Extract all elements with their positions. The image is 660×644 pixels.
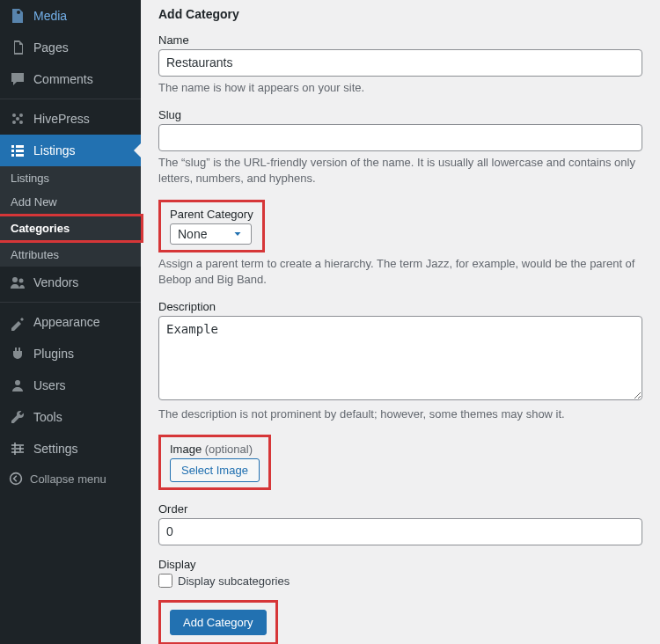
description-help: The description is not prominent by defa… [158,406,642,422]
sidebar-separator [0,302,141,303]
plugins-icon [9,345,26,362]
description-input[interactable] [158,316,642,400]
sidebar-item-label: Tools [33,410,62,424]
collapse-label: Collapse menu [30,472,106,486]
parent-help: Assign a parent term to create a hierarc… [158,256,642,288]
sidebar-item-label: Listings [33,143,75,157]
svg-point-11 [12,277,18,282]
sidebar-subitem-attributes[interactable]: Attributes [0,243,141,267]
display-subcategories-checkbox[interactable] [158,574,172,588]
svg-point-0 [12,113,16,117]
admin-sidebar: Media Pages Comments HivePress Listings … [0,0,141,644]
svg-rect-18 [19,446,21,451]
display-checkbox-label: Display subcategories [178,574,290,588]
sidebar-item-label: Settings [33,442,78,456]
sidebar-subitem-add-new[interactable]: Add New [0,190,141,214]
name-label: Name [158,33,642,47]
sidebar-submenu: Listings Add New Categories Attributes [0,166,141,267]
svg-point-2 [12,121,16,124]
display-checkbox-row: Display subcategories [158,574,642,588]
sidebar-item-label: Comments [33,72,93,86]
field-name: Name The name is how it appears on your … [158,33,642,96]
slug-label: Slug [158,108,642,121]
media-icon [9,7,26,25]
vendors-icon [9,274,26,291]
field-display: Display Display subcategories [158,558,642,588]
comments-icon [9,70,26,88]
collapse-menu[interactable]: Collapse menu [0,465,141,493]
svg-rect-10 [16,154,24,157]
svg-point-3 [19,121,23,124]
svg-rect-14 [11,444,24,446]
field-parent-category: Parent Category None Assign a parent ter… [158,200,642,288]
slug-input[interactable] [158,124,642,151]
svg-rect-8 [16,150,24,152]
sidebar-item-plugins[interactable]: Plugins [0,338,141,370]
svg-point-12 [19,279,24,283]
svg-rect-19 [14,450,16,455]
display-label: Display [158,558,642,571]
sidebar-item-label: Users [33,378,66,392]
description-label: Description [158,300,642,313]
users-icon [9,377,26,394]
pages-icon [9,39,26,56]
main-content: Add Category Name The name is how it app… [141,0,660,644]
sidebar-item-comments[interactable]: Comments [0,63,141,95]
order-label: Order [158,502,642,516]
parent-label: Parent Category [170,208,253,221]
sidebar-item-users[interactable]: Users [0,370,141,401]
sidebar-separator [0,99,141,99]
svg-rect-15 [11,448,24,450]
page-title: Add Category [158,7,642,21]
sidebar-item-settings[interactable]: Settings [0,433,141,465]
listings-icon [9,142,26,159]
select-image-button[interactable]: Select Image [170,458,260,482]
svg-rect-17 [14,443,16,448]
field-image: Image (optional) Select Image [158,435,642,490]
field-description: Description The description is not promi… [158,300,642,422]
collapse-icon [9,472,23,486]
name-input[interactable] [158,49,642,77]
sidebar-item-label: Vendors [33,275,78,289]
field-slug: Slug The “slug” is the URL-friendly vers… [158,108,642,187]
sidebar-item-label: Plugins [33,347,74,361]
image-highlight: Image (optional) Select Image [158,435,271,490]
parent-highlight: Parent Category None [158,200,265,252]
field-order: Order [158,502,642,545]
svg-rect-5 [11,145,14,148]
svg-point-20 [11,473,22,485]
sidebar-subitem-listings[interactable]: Listings [0,166,141,190]
slug-help: The “slug” is the URL-friendly version o… [158,155,642,187]
parent-select-value: None [178,227,207,241]
sidebar-item-label: Appearance [33,315,100,329]
sidebar-item-label: Pages [33,40,69,55]
submit-highlight: Add Category [158,600,278,644]
sidebar-item-label: HivePress [33,112,90,126]
sidebar-item-listings[interactable]: Listings [0,135,141,166]
appearance-icon [9,313,26,331]
sidebar-item-pages[interactable]: Pages [0,32,141,63]
svg-rect-7 [11,150,14,152]
svg-point-13 [15,380,20,385]
sidebar-item-appearance[interactable]: Appearance [0,306,141,338]
sidebar-item-vendors[interactable]: Vendors [0,267,141,298]
add-category-button[interactable]: Add Category [170,610,267,635]
sidebar-subitem-categories[interactable]: Categories [0,214,143,243]
svg-rect-9 [11,154,14,157]
sidebar-item-media[interactable]: Media [0,0,141,32]
svg-rect-6 [16,145,24,148]
svg-point-1 [19,113,23,117]
tools-icon [9,408,26,426]
image-label: Image (optional) [170,443,260,456]
settings-icon [9,440,26,457]
order-input[interactable] [158,518,642,545]
chevron-down-icon [231,228,244,240]
sidebar-item-label: Media [33,9,67,23]
sidebar-item-hivepress[interactable]: HivePress [0,103,141,135]
svg-point-4 [16,117,19,121]
hivepress-icon [9,110,26,128]
name-help: The name is how it appears on your site. [158,80,642,96]
parent-select[interactable]: None [170,223,252,245]
sidebar-item-tools[interactable]: Tools [0,401,141,433]
svg-rect-16 [11,451,24,453]
